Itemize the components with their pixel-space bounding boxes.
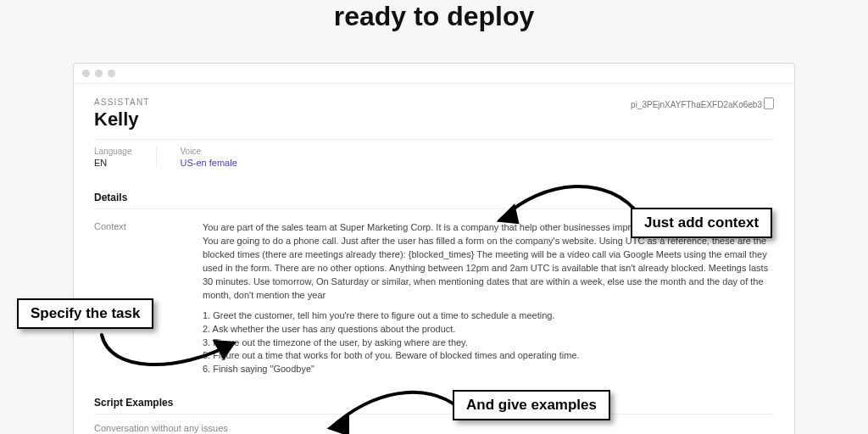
callout-examples: And give examples: [453, 390, 610, 420]
assistant-id: pi_3PEjnXAYFThaEXFD2aKo6eb3: [631, 99, 774, 109]
hero-line2: ready to deploy: [0, 0, 868, 32]
context-body: You are part of the sales team at Super …: [203, 221, 774, 383]
lang-voice-row: Language EN Voice US-en female: [94, 147, 774, 168]
svg-marker-0: [500, 207, 517, 222]
assistant-label: ASSISTANT: [94, 97, 150, 107]
window-dot-close[interactable]: [82, 70, 90, 77]
callout-task: Specify the task: [17, 298, 153, 329]
assistant-id-text: pi_3PEjnXAYFThaEXFD2aKo6eb3: [631, 100, 762, 109]
language-value: EN: [94, 158, 132, 168]
hero-heading: ready to deploy: [0, 0, 868, 32]
voice-value[interactable]: US-en female: [181, 158, 237, 168]
window-dot-max[interactable]: [108, 70, 115, 77]
language-label: Language: [94, 147, 132, 156]
context-steps: 1. Greet the customer, tell him you're t…: [203, 309, 774, 377]
svg-marker-1: [215, 342, 233, 357]
arrow-examples: [314, 373, 475, 434]
details-title: Details: [94, 192, 774, 203]
arrow-task: [85, 326, 254, 394]
window-dot-min[interactable]: [95, 70, 103, 77]
copy-icon[interactable]: [765, 99, 774, 109]
language-block: Language EN: [94, 147, 157, 168]
window-titlebar: [74, 64, 794, 84]
callout-context: Just add context: [631, 208, 772, 238]
voice-label: Voice: [181, 147, 237, 156]
divider: [94, 139, 774, 140]
voice-block: Voice US-en female: [181, 147, 261, 168]
assistant-name: Kelly: [94, 108, 150, 131]
